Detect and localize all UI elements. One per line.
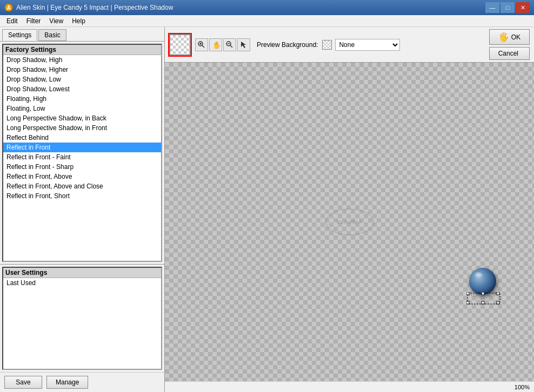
cancel-button[interactable]: Cancel — [489, 47, 530, 60]
zoom-in-tool[interactable] — [195, 38, 208, 51]
list-item-drop-shadow-low[interactable]: Drop Shadow, Low — [3, 75, 161, 84]
svg-rect-14 — [466, 301, 469, 304]
tab-basic[interactable]: Basic — [38, 29, 66, 41]
pan-tool[interactable]: ✋ — [209, 38, 222, 51]
svg-text:✋: ✋ — [212, 40, 220, 49]
list-item-long-persp-back[interactable]: Long Perspective Shadow, in Back — [3, 113, 161, 123]
list-item-drop-shadow-high[interactable]: Drop Shadow, High — [3, 55, 161, 65]
bottom-buttons: Save Manage — [0, 372, 164, 392]
zoom-level: 100% — [515, 384, 530, 390]
window-title: Alien Skin | Eye Candy 5 Impact | Perspe… — [16, 4, 173, 11]
list-item-reflect-front-sharp[interactable]: Reflect in Front - Sharp — [3, 162, 161, 172]
list-item-reflect-front-faint[interactable]: Reflect in Front - Faint — [3, 152, 161, 162]
user-settings-header: User Settings — [3, 268, 161, 278]
toolbar-tools: ✋ — [195, 38, 250, 51]
svg-rect-13 — [497, 292, 499, 295]
title-bar: A Alien Skin | Eye Candy 5 Impact | Pers… — [0, 0, 534, 15]
list-item-floating-high[interactable]: Floating, High — [3, 94, 161, 104]
tab-settings[interactable]: Settings — [2, 29, 37, 41]
svg-line-8 — [230, 45, 232, 48]
canvas-object[interactable] — [469, 268, 502, 300]
watermark: CLAUDIA — [325, 208, 374, 235]
user-settings-area: User Settings Last Used — [0, 264, 164, 372]
menu-view[interactable]: View — [45, 16, 68, 26]
user-settings-list[interactable]: User Settings Last Used — [2, 267, 162, 370]
menu-edit[interactable]: Edit — [2, 16, 22, 26]
preview-bg-select[interactable]: None White Black Custom... — [335, 39, 400, 51]
svg-text:A: A — [6, 5, 10, 11]
list-item-long-persp-front[interactable]: Long Perspective Shadow, in Front — [3, 123, 161, 133]
list-item-last-used[interactable]: Last Used — [3, 278, 161, 288]
close-button[interactable]: ✕ — [516, 2, 530, 13]
main-content: Settings Basic Factory Settings Drop Sha… — [0, 27, 534, 392]
selection-handles — [466, 292, 504, 308]
menu-help[interactable]: Help — [68, 16, 90, 26]
factory-settings-list[interactable]: Factory Settings Drop Shadow, High Drop … — [2, 44, 162, 262]
menu-bar: Edit Filter View Help — [0, 15, 534, 27]
maximize-button[interactable]: □ — [500, 2, 515, 13]
list-item-floating-low[interactable]: Floating, Low — [3, 104, 161, 113]
tab-bar: Settings Basic — [0, 27, 164, 42]
list-item-reflect-front-short[interactable]: Reflect in Front, Short — [3, 191, 161, 201]
list-item-drop-shadow-lowest[interactable]: Drop Shadow, Lowest — [3, 84, 161, 94]
zoom-tool[interactable] — [223, 38, 236, 51]
save-button[interactable]: Save — [4, 376, 42, 389]
list-item-reflect-behind[interactable]: Reflect Behind — [3, 133, 161, 143]
app-icon: A — [4, 3, 13, 12]
manage-button[interactable]: Manage — [46, 376, 88, 389]
list-item-reflect-front-above-close[interactable]: Reflect in Front, Above and Close — [3, 181, 161, 191]
select-tool[interactable] — [237, 38, 250, 51]
list-item-reflect-front-above[interactable]: Reflect in Front, Above — [3, 172, 161, 181]
sphere-object — [469, 268, 496, 295]
ok-cancel-area: 🖐️ OK Cancel — [489, 29, 530, 60]
menu-filter[interactable]: Filter — [22, 16, 45, 26]
window-controls: — □ ✕ — [485, 2, 530, 13]
ok-button[interactable]: 🖐️ OK — [489, 29, 530, 45]
svg-rect-15 — [482, 301, 484, 304]
right-panel: ✋ Preview Background: — [165, 27, 534, 392]
svg-rect-16 — [497, 301, 499, 304]
watermark-text: CLAUDIA — [325, 208, 374, 235]
list-item-reflect-front[interactable]: Reflect in Front 🖐️ — [3, 143, 161, 152]
canvas-area[interactable]: CLAUDIA — [165, 63, 534, 381]
status-bar: 100% — [165, 381, 534, 392]
svg-rect-12 — [482, 292, 484, 295]
preview-bg-label: Preview Background: — [257, 41, 318, 49]
minimize-button[interactable]: — — [485, 2, 499, 13]
factory-settings-header: Factory Settings — [3, 45, 161, 55]
preview-thumbnail — [169, 34, 191, 56]
settings-list-area: Factory Settings Drop Shadow, High Drop … — [0, 42, 164, 264]
toolbar: ✋ Preview Background: — [165, 27, 534, 63]
preview-bg-swatch — [322, 40, 332, 50]
svg-line-3 — [202, 45, 204, 48]
svg-rect-11 — [466, 292, 469, 295]
left-panel: Settings Basic Factory Settings Drop Sha… — [0, 27, 165, 392]
list-item-drop-shadow-higher[interactable]: Drop Shadow, Higher — [3, 65, 161, 75]
